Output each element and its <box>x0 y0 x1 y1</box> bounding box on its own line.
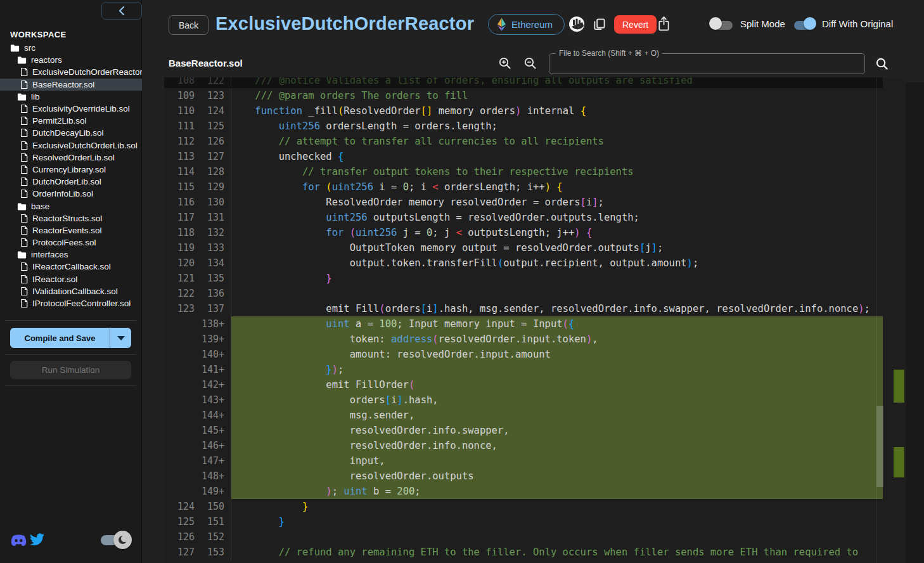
code-text: } <box>231 514 883 529</box>
code-text: output.token.transferFill(output.recipie… <box>231 256 883 271</box>
file-icon <box>20 165 28 174</box>
code-line: 146+ resolvedOrder.info.nonce, <box>164 438 906 453</box>
stats-logo-icon[interactable] <box>568 16 585 32</box>
tree-item-label: ExclusiveDutchOrderLib.sol <box>32 141 138 150</box>
tree-item-label: base <box>31 202 49 211</box>
zoom-out-icon[interactable] <box>523 56 537 70</box>
code-text: OutputToken memory output = resolvedOrde… <box>231 240 883 256</box>
run-simulation-button[interactable]: Run Simulation <box>10 361 131 379</box>
file-icon <box>20 141 28 150</box>
code-text: }); <box>231 362 883 377</box>
tree-item-label: BaseReactor.sol <box>32 80 94 89</box>
tree-item-label: ExclusivityOverrideLib.sol <box>32 104 130 113</box>
line-number-old: 118 <box>164 225 195 240</box>
line-number-new: 136 <box>195 286 224 301</box>
line-number-new: 126 <box>195 134 224 149</box>
code-text: emit FillOrder( <box>231 377 883 392</box>
tree-item-label: IReactorCallback.sol <box>32 262 111 271</box>
tree-folder[interactable]: base <box>0 200 142 212</box>
tree-file[interactable]: ResolvedOrderLib.sol <box>0 152 142 164</box>
file-icon <box>20 116 28 126</box>
line-number-new: 130 <box>195 195 224 210</box>
line-number-old <box>164 347 195 362</box>
tree-file[interactable]: ExclusiveDutchOrderReactor.sol <box>0 66 142 78</box>
code-line: 147+ input, <box>164 453 906 469</box>
tree-item-label: interfaces <box>31 250 68 259</box>
code-line: 112126 // attempt to transfer all curren… <box>164 134 906 149</box>
code-line: 149+ ); uint b = 200; <box>164 484 906 499</box>
search-icon[interactable] <box>875 57 889 70</box>
tree-folder[interactable]: reactors <box>0 54 142 66</box>
tree-file[interactable]: BaseReactor.sol <box>0 79 142 91</box>
compile-and-save-button[interactable]: Compile and Save <box>10 328 131 348</box>
caret-down-icon <box>117 336 125 340</box>
line-number-new: 129 <box>195 179 224 195</box>
revert-button[interactable]: Revert <box>614 15 657 34</box>
line-number-old: 109 <box>164 88 195 103</box>
ethereum-icon <box>497 18 506 31</box>
line-number-new: 148+ <box>195 469 224 484</box>
tree-item-label: ProtocolFees.sol <box>32 238 96 247</box>
tree-file[interactable]: DutchDecayLib.sol <box>0 127 142 139</box>
code-text: for (uint256 j = 0; j < outputsLength; j… <box>231 225 883 240</box>
moon-icon <box>113 531 132 549</box>
back-button[interactable]: Back <box>169 15 209 35</box>
tree-item-label: OrderInfoLib.sol <box>32 189 93 198</box>
tree-item-label: ResolvedOrderLib.sol <box>32 153 115 162</box>
line-number-old <box>164 438 195 453</box>
scrollbar-thumb[interactable] <box>876 406 883 487</box>
line-number-new: 149+ <box>195 484 224 499</box>
tree-file[interactable]: IReactor.sol <box>0 273 142 285</box>
tree-file[interactable]: IReactorCallback.sol <box>0 261 142 273</box>
tree-item-label: ReactorEvents.sol <box>32 226 102 235</box>
file-search-field[interactable]: File to Search (Shift + ⌘ + O) <box>549 53 865 74</box>
copy-icon[interactable] <box>593 18 606 31</box>
file-icon <box>20 189 28 198</box>
tree-file[interactable]: OrderInfoLib.sol <box>0 188 142 200</box>
tree-file[interactable]: ProtocolFees.sol <box>0 236 142 249</box>
file-icon <box>20 67 28 77</box>
code-text: } <box>231 271 883 286</box>
tree-file[interactable]: ExclusivityOverrideLib.sol <box>0 103 142 115</box>
tree-folder[interactable]: lib <box>0 91 142 103</box>
tree-folder[interactable]: src <box>0 42 142 54</box>
code-line: 110124 function _fill(ResolvedOrder[] me… <box>164 103 906 119</box>
line-number-new: 140+ <box>195 347 224 362</box>
line-number-old: 116 <box>164 195 195 210</box>
tree-file[interactable]: ReactorEvents.sol <box>0 224 142 236</box>
zoom-in-icon[interactable] <box>498 56 512 70</box>
code-line: 148+ resolvedOrder.outputs <box>164 469 906 484</box>
compile-options-dropdown[interactable] <box>110 328 131 348</box>
share-icon[interactable] <box>657 16 671 32</box>
code-text <box>231 529 883 545</box>
discord-icon[interactable] <box>10 534 27 547</box>
tree-file[interactable]: IProtocolFeeController.sol <box>0 297 142 309</box>
code-text: unchecked { <box>231 149 883 164</box>
code-text: resolvedOrder.outputs <box>231 469 883 484</box>
line-number-new: 124 <box>195 103 224 119</box>
tree-file[interactable]: ReactorStructs.sol <box>0 212 142 224</box>
dark-mode-toggle[interactable] <box>101 534 131 546</box>
compile-and-save-label: Compile and Save <box>10 328 110 348</box>
sidebar-collapse-button[interactable] <box>101 2 142 20</box>
twitter-icon[interactable] <box>30 533 44 547</box>
line-number-old <box>164 316 195 332</box>
code-text: uint256 ordersLength = orders.length; <box>231 119 883 134</box>
tree-folder[interactable]: interfaces <box>0 249 142 261</box>
tree-file[interactable]: Permit2Lib.sol <box>0 115 142 127</box>
tree-file[interactable]: DutchOrderLib.sol <box>0 176 142 188</box>
diff-overview-marker <box>894 370 904 403</box>
code-editor[interactable]: 108122 /// @notice Validates a list of o… <box>164 77 906 563</box>
tree-file[interactable]: CurrencyLibrary.sol <box>0 164 142 176</box>
network-selector[interactable]: Ethereum <box>488 14 565 35</box>
split-mode-toggle[interactable] <box>709 17 735 32</box>
diff-with-original-toggle[interactable] <box>792 17 818 32</box>
line-number-old: 119 <box>164 240 195 256</box>
tree-file[interactable]: ExclusiveDutchOrderLib.sol <box>0 139 142 152</box>
line-number-old: 124 <box>164 499 195 514</box>
toggle-knob <box>804 17 816 30</box>
tree-file[interactable]: IValidationCallback.sol <box>0 285 142 297</box>
tree-item-label: lib <box>31 92 40 101</box>
editor-right-gutter <box>906 82 924 563</box>
file-search-input[interactable] <box>556 56 856 68</box>
